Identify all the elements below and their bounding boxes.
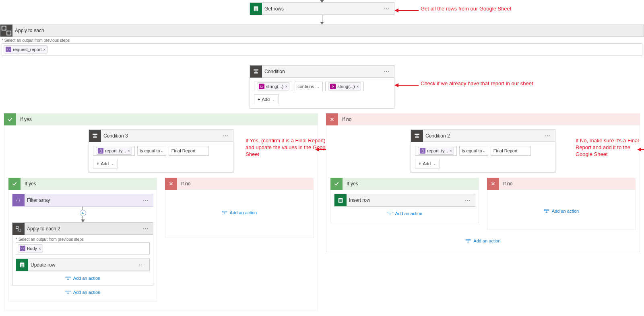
step-update-row[interactable]: Update row ··· [16, 259, 150, 271]
branch-yes-inner: If yes { } Filter array ··· [8, 178, 157, 302]
svg-rect-27 [21, 265, 24, 265]
svg-marker-14 [394, 83, 398, 87]
add-action-link[interactable]: Add an action [334, 211, 475, 216]
branch-header-no: If no [165, 178, 314, 190]
branch-header-yes: If yes [330, 178, 479, 190]
condition-icon [89, 130, 101, 142]
step-insert-row[interactable]: Insert row ··· [334, 194, 475, 207]
token-request-report[interactable]: {}request_report× [4, 45, 47, 53]
condition-left-operand[interactable]: {}report_ty...× [415, 146, 457, 156]
branch-header-no: If no [487, 178, 636, 190]
add-action-link[interactable]: Add an action [330, 238, 636, 244]
svg-rect-51 [339, 200, 342, 201]
add-action-link[interactable]: Add an action [12, 289, 153, 295]
svg-rect-58 [544, 210, 549, 211]
add-button[interactable]: +Add⌄ [93, 159, 118, 168]
branch-no-inner-2: If no Add an action [487, 178, 636, 230]
condition-right-value[interactable]: Final Report [169, 146, 209, 156]
svg-rect-17 [95, 136, 97, 137]
step-title: Apply to each [12, 28, 644, 33]
step-title: Filter array [25, 197, 141, 203]
ellipsis-icon[interactable]: ··· [463, 197, 473, 204]
svg-rect-3 [255, 10, 258, 10]
step-title: Condition [262, 69, 382, 74]
google-sheets-icon [334, 194, 347, 206]
svg-rect-15 [93, 133, 97, 135]
svg-rect-7 [7, 31, 11, 35]
step-apply-to-each[interactable]: Apply to each [0, 25, 644, 37]
step-title: Apply to each 2 [25, 226, 141, 232]
svg-rect-53 [388, 212, 392, 213]
svg-rect-32 [66, 291, 70, 292]
svg-rect-44 [417, 136, 419, 137]
field-label: * Select an output from previous steps [16, 237, 150, 242]
condition-icon [411, 130, 423, 142]
svg-rect-29 [66, 277, 70, 278]
svg-rect-37 [222, 211, 227, 212]
svg-rect-28 [21, 266, 24, 266]
branch-header-yes: If yes [4, 113, 318, 125]
svg-rect-43 [415, 136, 417, 137]
condition-operator[interactable]: is equal to⌄ [137, 146, 166, 156]
branch-no: If no Condition 2 ··· [326, 113, 640, 252]
annotation-text: If No, make sure it's a Final Report and… [576, 137, 644, 158]
svg-rect-23 [16, 226, 18, 228]
step-condition-3[interactable]: Condition 3 ··· {}report_ty...× is equal… [89, 129, 233, 173]
svg-rect-2 [255, 9, 258, 9]
condition-operator[interactable]: is equal to⌄ [459, 146, 488, 156]
branch-header-no: If no [326, 113, 640, 125]
svg-text:{ }: { } [17, 198, 20, 202]
ellipsis-icon[interactable]: ··· [141, 225, 151, 232]
step-filter-array[interactable]: { } Filter array ··· [12, 194, 153, 207]
svg-rect-24 [19, 229, 21, 231]
condition-operator[interactable]: contains⌄ [295, 82, 323, 91]
annotation-text: Get all the rows from our Google Sheet [421, 6, 533, 12]
add-action-link[interactable]: Add an action [169, 210, 310, 215]
ellipsis-icon[interactable]: ··· [382, 5, 392, 12]
ellipsis-icon[interactable]: ··· [382, 68, 392, 75]
check-icon [8, 178, 21, 190]
annotation-text: If Yes, (confirm it is a Final Report) a… [246, 137, 334, 158]
google-sheets-icon [16, 259, 28, 271]
google-sheets-icon [250, 3, 262, 15]
svg-rect-42 [415, 133, 419, 135]
step-title: Update row [28, 262, 137, 268]
step-title: Condition 2 [423, 133, 543, 139]
add-action-link[interactable]: Add an action [491, 208, 632, 214]
add-button[interactable]: +Add⌄ [254, 94, 279, 104]
condition-left-operand[interactable]: fxstring(...)× [254, 82, 292, 91]
svg-rect-10 [256, 72, 258, 73]
loop-icon [12, 223, 25, 235]
add-action-link[interactable]: Add an action [16, 275, 150, 281]
branch-no-inner: If no Add an action [165, 178, 314, 238]
field-label: * Select an output from previous steps [2, 38, 642, 43]
ellipsis-icon[interactable]: ··· [543, 132, 553, 140]
branch-header-yes: If yes [8, 178, 157, 190]
step-get-rows[interactable]: Get rows ··· [250, 2, 394, 15]
svg-rect-8 [254, 69, 258, 70]
svg-rect-26 [21, 264, 24, 264]
svg-marker-5 [394, 8, 398, 12]
ellipsis-icon[interactable]: ··· [221, 132, 231, 140]
step-title: Insert row [347, 197, 463, 203]
svg-rect-9 [254, 72, 256, 73]
svg-rect-61 [466, 240, 471, 240]
annotation-arrow [394, 83, 419, 88]
step-condition-2[interactable]: Condition 2 ··· {}report_ty...× is equal… [411, 129, 555, 173]
data-operations-icon: { } [12, 194, 25, 206]
condition-right-operand[interactable]: fxstring(...)× [325, 82, 363, 91]
insert-step-button[interactable]: + [80, 210, 86, 216]
check-icon [4, 113, 16, 125]
condition-right-value[interactable]: Final Report [491, 146, 531, 156]
branch-yes-inner-2: If yes Insert row ··· [330, 178, 479, 223]
step-apply-to-each-2[interactable]: Apply to each 2 ··· * Select an output f… [12, 222, 153, 285]
token-body[interactable]: {}Body× [18, 244, 43, 252]
step-title: Get rows [262, 6, 382, 12]
condition-left-operand[interactable]: {}report_ty...× [93, 146, 135, 156]
svg-rect-16 [93, 136, 95, 137]
step-condition[interactable]: Condition ··· fxstring(...)× contains⌄ f… [250, 65, 394, 109]
svg-rect-6 [2, 26, 6, 30]
ellipsis-icon[interactable]: ··· [141, 197, 151, 204]
add-button[interactable]: +Add⌄ [415, 159, 440, 168]
ellipsis-icon[interactable]: ··· [137, 261, 147, 269]
